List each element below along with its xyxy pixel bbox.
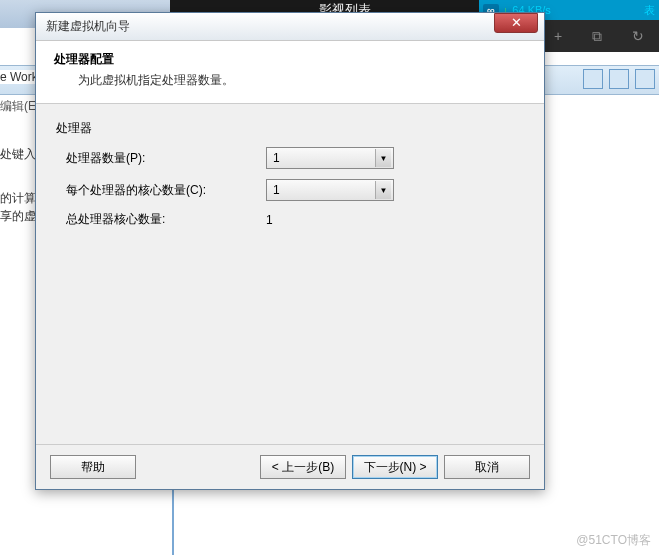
toolbar-icon-3 <box>635 69 655 89</box>
select-cores-per[interactable]: 1 ▼ <box>266 179 394 201</box>
watermark: @51CTO博客 <box>576 532 651 549</box>
help-button[interactable]: 帮助 <box>50 455 136 479</box>
chevron-down-icon: ▼ <box>375 181 391 199</box>
toolbar-icon-1 <box>583 69 603 89</box>
new-vm-wizard-dialog: 新建虚拟机向导 ✕ 处理器配置 为此虚拟机指定处理器数量。 处理器 处理器数量(… <box>35 12 545 490</box>
footer: 帮助 < 上一步(B) 下一步(N) > 取消 <box>36 444 544 489</box>
back-button[interactable]: < 上一步(B) <box>260 455 346 479</box>
select-num-processors[interactable]: 1 ▼ <box>266 147 394 169</box>
select-value: 1 <box>273 183 280 197</box>
value-total-cores: 1 <box>266 213 273 227</box>
plus-icon: + <box>554 28 562 44</box>
copy-icon: ⧉ <box>592 28 602 45</box>
list-suffix: 表 <box>644 3 655 18</box>
next-button[interactable]: 下一步(N) > <box>352 455 438 479</box>
row-total-cores: 总处理器核心数量: 1 <box>66 211 524 228</box>
header-subtitle: 为此虚拟机指定处理器数量。 <box>78 72 526 89</box>
header-panel: 处理器配置 为此虚拟机指定处理器数量。 <box>36 41 544 104</box>
toolbar-icons <box>583 69 655 89</box>
bg-dark-toolbar: + ⧉ ↻ <box>539 20 659 52</box>
close-button[interactable]: ✕ <box>494 13 538 33</box>
refresh-icon: ↻ <box>632 28 644 44</box>
row-cores-per: 每个处理器的核心数量(C): 1 ▼ <box>66 179 524 201</box>
footer-right: < 上一步(B) 下一步(N) > 取消 <box>260 455 530 479</box>
label-num-processors: 处理器数量(P): <box>66 150 266 167</box>
section-label: 处理器 <box>56 120 524 137</box>
select-value: 1 <box>273 151 280 165</box>
row-num-processors: 处理器数量(P): 1 ▼ <box>66 147 524 169</box>
chevron-down-icon: ▼ <box>375 149 391 167</box>
bg-divider-line <box>172 490 174 555</box>
titlebar[interactable]: 新建虚拟机向导 ✕ <box>36 13 544 41</box>
content-area: 处理器 处理器数量(P): 1 ▼ 每个处理器的核心数量(C): 1 ▼ 总处理… <box>36 104 544 444</box>
label-cores-per: 每个处理器的核心数量(C): <box>66 182 266 199</box>
bg-edit: 编辑(E) <box>0 98 40 115</box>
toolbar-icon-2 <box>609 69 629 89</box>
dialog-title: 新建虚拟机向导 <box>46 18 130 35</box>
header-title: 处理器配置 <box>54 51 526 68</box>
cancel-button[interactable]: 取消 <box>444 455 530 479</box>
label-total-cores: 总处理器核心数量: <box>66 211 266 228</box>
close-icon: ✕ <box>511 15 522 30</box>
